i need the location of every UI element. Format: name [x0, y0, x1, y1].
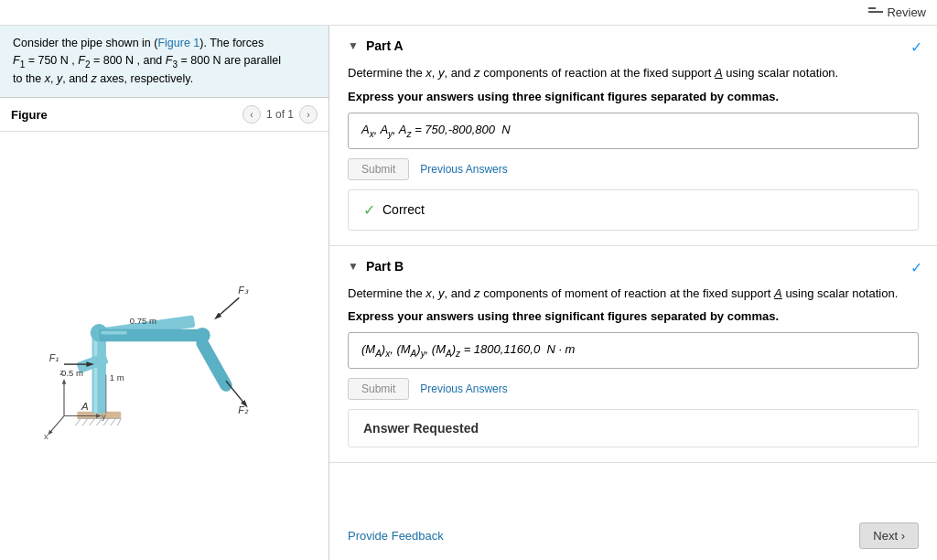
- svg-text:0.75 m: 0.75 m: [129, 316, 156, 326]
- part-b-label: Part B: [366, 259, 404, 274]
- svg-line-31: [48, 416, 63, 434]
- part-a-submit-button[interactable]: Submit: [348, 158, 409, 180]
- svg-text:z: z: [59, 367, 64, 377]
- svg-line-4: [89, 418, 94, 425]
- svg-text:F₁: F₁: [48, 352, 58, 363]
- part-a-prev-answers-link[interactable]: Previous Answers: [420, 163, 507, 176]
- svg-line-7: [110, 418, 115, 425]
- part-b-result-box: Answer Requested: [348, 409, 919, 447]
- part-a-correct-icon: ✓: [363, 201, 375, 219]
- svg-text:y: y: [102, 411, 106, 421]
- next-figure-button[interactable]: ›: [299, 105, 318, 124]
- svg-text:x: x: [44, 431, 48, 441]
- feedback-link[interactable]: Provide Feedback: [348, 529, 444, 543]
- next-button[interactable]: Next ›: [859, 522, 919, 549]
- part-b-action-row: Submit Previous Answers: [348, 378, 919, 400]
- part-b-collapse[interactable]: ▼: [348, 260, 359, 273]
- part-a-description: Determine the x, y, and z components of …: [348, 64, 919, 82]
- part-a-answer-value: Ax, Ay, Az = 750,-800,800 N: [361, 123, 511, 139]
- part-b-section: ▼ Part B ✓ Determine the x, y, and z com…: [329, 246, 937, 464]
- review-button[interactable]: Review: [868, 5, 926, 19]
- part-a-result-box: ✓ Correct: [348, 189, 919, 231]
- figure-image: A 1 m 0.75 m 0.5 m: [0, 132, 328, 560]
- figure-area: Figure ‹ 1 of 1 ›: [0, 98, 328, 560]
- part-a-label: Part A: [366, 38, 404, 53]
- part-a-action-row: Submit Previous Answers: [348, 158, 919, 180]
- part-b-prev-answers-link[interactable]: Previous Answers: [420, 382, 507, 395]
- part-b-checkmark: ✓: [910, 259, 922, 276]
- svg-line-25: [225, 381, 244, 404]
- part-b-description: Determine the x, y, and z components of …: [348, 285, 919, 303]
- pipe-svg: A 1 m 0.75 m 0.5 m: [37, 245, 293, 447]
- svg-rect-20: [101, 331, 127, 335]
- part-a-answer-box: Ax, Ay, Az = 750,-800,800 N: [348, 113, 919, 149]
- svg-text:A: A: [81, 401, 89, 412]
- part-b-header: ▼ Part B: [348, 259, 919, 274]
- problem-line1: Consider the pipe shown in (Figure 1). T…: [13, 35, 316, 52]
- svg-line-3: [82, 418, 88, 425]
- part-b-submit-button[interactable]: Submit: [348, 378, 409, 400]
- problem-text: Consider the pipe shown in (Figure 1). T…: [0, 26, 328, 98]
- svg-line-2: [75, 418, 81, 425]
- problem-line3: to the x, y, and z axes, respectively.: [13, 70, 316, 88]
- prev-figure-button[interactable]: ‹: [242, 105, 261, 124]
- part-a-result-label: Correct: [382, 202, 425, 217]
- part-b-result-label: Answer Requested: [363, 421, 479, 436]
- figure-header: Figure ‹ 1 of 1 ›: [0, 98, 328, 132]
- part-b-instruction: Express your answers using three signifi…: [348, 309, 919, 323]
- part-a-instruction: Express your answers using three signifi…: [348, 90, 919, 103]
- part-a-header: ▼ Part A: [348, 38, 919, 53]
- svg-line-8: [117, 418, 121, 425]
- figure-title: Figure: [11, 108, 48, 122]
- part-a-collapse[interactable]: ▼: [348, 39, 359, 52]
- part-a-checkmark: ✓: [910, 38, 922, 56]
- left-panel: Consider the pipe shown in (Figure 1). T…: [0, 26, 329, 560]
- review-label: Review: [887, 5, 926, 19]
- svg-text:F₃: F₃: [238, 285, 248, 296]
- svg-rect-11: [93, 333, 97, 414]
- svg-text:1 m: 1 m: [109, 372, 124, 382]
- figure-nav-label: 1 of 1: [266, 108, 294, 121]
- svg-line-22: [202, 343, 226, 385]
- right-panel: ▼ Part A ✓ Determine the x, y, and z com…: [329, 26, 937, 560]
- figure-link[interactable]: Figure 1: [157, 37, 199, 49]
- svg-line-27: [217, 297, 239, 317]
- part-a-section: ▼ Part A ✓ Determine the x, y, and z com…: [329, 26, 937, 246]
- review-icon: [868, 7, 883, 18]
- figure-nav: ‹ 1 of 1 ›: [242, 105, 318, 124]
- svg-text:0.5 m: 0.5 m: [61, 368, 83, 378]
- problem-line2: F1 = 750 N , F2 = 800 N , and F3 = 800 N…: [13, 52, 316, 71]
- footer-row: Provide Feedback Next ›: [329, 512, 937, 560]
- svg-text:F₂: F₂: [238, 404, 248, 415]
- part-b-answer-value: (MA)x, (MA)y, (MA)z = 1800,1160,0 N · m: [361, 342, 575, 359]
- part-b-answer-box: (MA)x, (MA)y, (MA)z = 1800,1160,0 N · m: [348, 332, 919, 369]
